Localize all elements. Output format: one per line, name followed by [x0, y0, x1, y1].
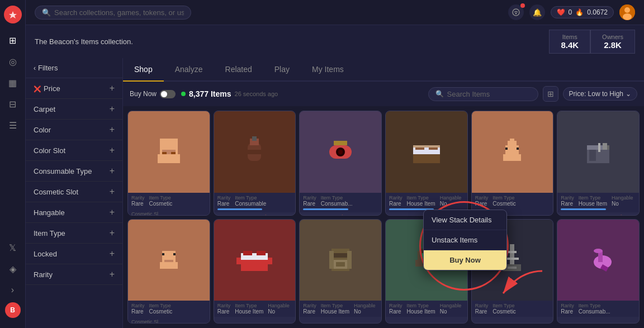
filter-item-type[interactable]: Item Type +: [26, 223, 122, 244]
collection-title: The Beacon's Items collection.: [35, 37, 133, 46]
topbar-right: 🔔 ❤️ 0 🔥 0.0672: [508, 4, 635, 20]
svg-rect-43: [243, 251, 252, 255]
item-card-r2c1[interactable]: RarityRare Item TypeCosmetic Cosmetic Sl…: [127, 219, 210, 324]
item-image-goatee: [128, 111, 210, 193]
currency-red-value: 0: [569, 8, 572, 16]
items-count-text: 8,377 Items: [189, 89, 231, 98]
buy-now-switch[interactable]: [160, 90, 176, 98]
app-logo[interactable]: [4, 6, 22, 23]
items-count: 8,377 Items 26 seconds ago: [181, 89, 278, 98]
item-price-r2c2: [214, 320, 296, 324]
svg-rect-26: [508, 141, 517, 145]
items-search[interactable]: 🔍: [428, 87, 538, 101]
sidebar-calendar-icon[interactable]: ▦: [4, 74, 22, 92]
live-indicator: [181, 92, 186, 96]
sidebar-discord-icon[interactable]: ◈: [4, 260, 22, 278]
buy-now-toggle[interactable]: Buy Now: [130, 90, 176, 98]
global-search-input[interactable]: [54, 8, 184, 17]
svg-rect-18: [334, 141, 347, 145]
context-view-stack[interactable]: View Stack Details: [424, 210, 506, 230]
svg-rect-44: [257, 251, 266, 255]
filters-back-icon: ‹: [34, 64, 36, 72]
tab-play[interactable]: Play: [263, 58, 301, 80]
item-meta-red-eye: RarityRare Item TypeConsumab...: [300, 193, 381, 212]
shop-toolbar: Buy Now 8,377 Items 26 seconds ago 🔍: [123, 82, 644, 106]
svg-rect-28: [505, 148, 508, 150]
svg-point-1: [513, 9, 519, 16]
sort-chevron-icon: ⌄: [626, 90, 631, 98]
sidebar-search-icon[interactable]: ◎: [4, 53, 22, 70]
toggle-knob: [161, 91, 167, 97]
sidebar-twitter-icon[interactable]: 𝕏: [4, 239, 22, 256]
tab-related[interactable]: Related: [214, 58, 263, 80]
filter-price-plus: +: [110, 83, 115, 93]
filter-locked[interactable]: Locked +: [26, 244, 122, 264]
item-price-r2c3: [300, 320, 381, 324]
filter-cosmetic-slot[interactable]: Cosmetic Slot +: [26, 182, 122, 202]
svg-rect-34: [603, 143, 607, 150]
sort-label: Price: Low to High: [569, 90, 623, 98]
sidebar-home-icon[interactable]: ⊞: [4, 31, 22, 49]
context-menu[interactable]: View Stack Details Unstack Items Buy Now: [423, 210, 507, 270]
item-card-r2c2[interactable]: RarityRare Item TypeHouse Item HangableN…: [214, 219, 296, 324]
filter-consumable-type[interactable]: Consumable Type +: [26, 161, 122, 182]
filter-rarity-plus: +: [110, 269, 115, 279]
item-card-metal-box[interactable]: RarityRare Item TypeHouse Item HangableN…: [557, 111, 640, 216]
sidebar-expand-icon[interactable]: ›: [4, 281, 22, 299]
svg-rect-58: [510, 244, 514, 267]
svg-rect-38: [162, 253, 164, 255]
item-image-r2c6: [557, 220, 639, 301]
item-image-r2c1: [128, 220, 210, 301]
stat-owners: Owners 2.8K: [590, 30, 635, 54]
filter-consumable-type-plus: +: [110, 166, 115, 176]
context-unstack[interactable]: Unstack Items: [424, 230, 506, 250]
tab-shop[interactable]: Shop: [123, 58, 164, 82]
currency-red-icon: ❤️: [557, 8, 565, 16]
items-grid: RarityRare Item TypeCosmetic Cosmetic Sl…: [123, 106, 644, 328]
filter-carpet[interactable]: Carpet +: [26, 99, 122, 120]
items-search-input[interactable]: [447, 90, 531, 98]
filter-price[interactable]: ❌Price +: [26, 78, 122, 99]
item-card-hair-dye[interactable]: RarityRare Item TypeConsumable Auburn Ha…: [214, 111, 296, 216]
svg-rect-27: [503, 154, 521, 161]
notification-icon[interactable]: 🔔: [529, 4, 545, 20]
item-image-tree-trunk: [386, 111, 467, 193]
svg-rect-29: [517, 148, 519, 150]
item-card-r2c6[interactable]: RarityRare Item TypeConsumab...: [557, 219, 640, 324]
filter-hangable-plus: +: [110, 207, 115, 217]
items-time: 26 seconds ago: [235, 91, 278, 97]
collection-header: The Beacon's Items collection. Items 8.4…: [26, 25, 644, 58]
svg-point-65: [594, 249, 603, 253]
search-icon: 🔍: [42, 8, 51, 17]
item-card-tree-trunk-bed[interactable]: RarityRare Item TypeHouse Item HangableN…: [385, 111, 468, 216]
item-card-goatee[interactable]: RarityRare Item TypeCosmetic Cosmetic Sl…: [127, 111, 210, 216]
sidebar-bottom-logo[interactable]: B: [5, 302, 21, 318]
svg-rect-62: [508, 267, 517, 269]
tab-analyze[interactable]: Analyze: [164, 58, 214, 80]
sidebar-user-icon[interactable]: ☰: [4, 116, 22, 134]
currency-flame-icon: 🔥: [575, 8, 584, 16]
global-search[interactable]: 🔍: [35, 6, 191, 20]
tab-my-items[interactable]: My Items: [301, 58, 355, 80]
user-avatar[interactable]: [619, 4, 635, 20]
currency-bar[interactable]: ❤️ 0 🔥 0.0672: [551, 6, 614, 18]
collection-stats: Items 8.4K Owners 2.8K: [549, 30, 635, 54]
sidebar-grid-icon[interactable]: ⊟: [4, 95, 22, 113]
sort-dropdown[interactable]: Price: Low to High ⌄: [563, 87, 637, 101]
wifi-icon[interactable]: [508, 4, 524, 20]
svg-rect-39: [173, 253, 176, 255]
context-buy-now[interactable]: Buy Now: [424, 250, 506, 270]
filter-price-icon: ❌: [34, 85, 41, 92]
filter-hangable[interactable]: Hangable +: [26, 202, 122, 223]
shop-area: Shop Analyze Related Play My Items Buy N…: [123, 58, 644, 328]
grid-view-button[interactable]: ⊞: [543, 86, 558, 102]
item-card-r2c3[interactable]: RarityRare Item TypeHouse Item HangableN…: [299, 219, 382, 324]
item-card-mohawk[interactable]: RarityRare Item TypeCosmetic Cosmetic Sl…: [471, 111, 554, 216]
svg-point-5: [623, 13, 632, 20]
item-card-red-eye-dye[interactable]: 👁️ RarityRare I: [299, 111, 382, 216]
filter-color[interactable]: Color +: [26, 120, 122, 140]
svg-rect-35: [607, 145, 609, 150]
filter-rarity[interactable]: Rarity +: [26, 264, 122, 285]
tabs: Shop Analyze Related Play My Items: [123, 58, 644, 82]
filter-color-slot[interactable]: Color Slot +: [26, 140, 122, 161]
